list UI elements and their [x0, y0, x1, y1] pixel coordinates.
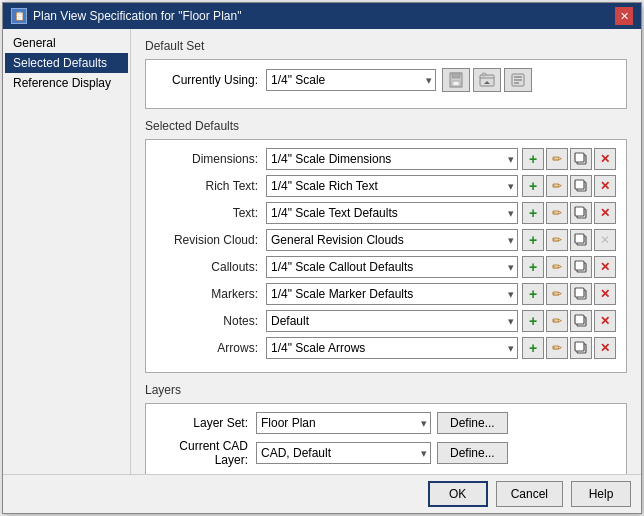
manage-defaults-button[interactable] [504, 68, 532, 92]
dimensions-copy-button[interactable] [570, 148, 592, 170]
arrows-copy-button[interactable] [570, 337, 592, 359]
revision-cloud-row: Revision Cloud: General Revision Clouds … [156, 229, 616, 251]
notes-copy-button[interactable] [570, 310, 592, 332]
callouts-label: Callouts: [156, 260, 266, 274]
markers-copy-button[interactable] [570, 283, 592, 305]
layer-set-combo[interactable]: Floor Plan [256, 412, 431, 434]
close-button[interactable]: ✕ [615, 7, 633, 25]
rich-text-select[interactable]: 1/4" Scale Rich Text [266, 175, 518, 197]
cad-layer-define-button[interactable]: Define... [437, 442, 508, 464]
text-label: Text: [156, 206, 266, 220]
revision-cloud-combo[interactable]: General Revision Clouds [266, 229, 518, 251]
dimensions-add-button[interactable]: + [522, 148, 544, 170]
dimensions-actions: + ✏ ✕ [522, 148, 616, 170]
svg-rect-3 [453, 82, 459, 85]
arrows-delete-button[interactable]: ✕ [594, 337, 616, 359]
revision-cloud-copy-button[interactable] [570, 229, 592, 251]
cad-layer-select[interactable]: CAD, Default [256, 442, 431, 464]
revision-cloud-edit-button[interactable]: ✏ [546, 229, 568, 251]
revision-cloud-select[interactable]: General Revision Clouds [266, 229, 518, 251]
rich-text-delete-button[interactable]: ✕ [594, 175, 616, 197]
load-defaults-button[interactable] [473, 68, 501, 92]
ok-button[interactable]: OK [428, 481, 488, 507]
currently-using-select[interactable]: 1/4" Scale [266, 69, 436, 91]
selected-defaults-label: Selected Defaults [145, 119, 627, 133]
text-actions: + ✏ ✕ [522, 202, 616, 224]
notes-actions: + ✏ ✕ [522, 310, 616, 332]
help-button[interactable]: Help [571, 481, 631, 507]
revision-cloud-label: Revision Cloud: [156, 233, 266, 247]
layer-set-define-button[interactable]: Define... [437, 412, 508, 434]
revision-cloud-actions: + ✏ ✕ [522, 229, 616, 251]
callouts-select[interactable]: 1/4" Scale Callout Defaults [266, 256, 518, 278]
sidebar-item-reference-display[interactable]: Reference Display [5, 73, 128, 93]
text-select[interactable]: 1/4" Scale Text Defaults [266, 202, 518, 224]
callouts-add-button[interactable]: + [522, 256, 544, 278]
callouts-row: Callouts: 1/4" Scale Callout Defaults + … [156, 256, 616, 278]
arrows-edit-button[interactable]: ✏ [546, 337, 568, 359]
text-copy-button[interactable] [570, 202, 592, 224]
sidebar-item-selected-defaults[interactable]: Selected Defaults [5, 53, 128, 73]
svg-rect-10 [575, 180, 584, 189]
dialog-icon: 📋 [11, 8, 27, 24]
cad-layer-row: Current CAD Layer: CAD, Default Define..… [156, 439, 616, 467]
markers-delete-button[interactable]: ✕ [594, 283, 616, 305]
revision-cloud-delete-button: ✕ [594, 229, 616, 251]
notes-add-button[interactable]: + [522, 310, 544, 332]
arrows-label: Arrows: [156, 341, 266, 355]
svg-rect-12 [575, 207, 584, 216]
text-combo[interactable]: 1/4" Scale Text Defaults [266, 202, 518, 224]
save-defaults-button[interactable] [442, 68, 470, 92]
dialog-body: General Selected Defaults Reference Disp… [3, 29, 641, 474]
text-add-button[interactable]: + [522, 202, 544, 224]
callouts-copy-button[interactable] [570, 256, 592, 278]
layers-label: Layers [145, 383, 627, 397]
svg-rect-1 [452, 73, 460, 78]
callouts-edit-button[interactable]: ✏ [546, 256, 568, 278]
rich-text-combo[interactable]: 1/4" Scale Rich Text [266, 175, 518, 197]
rich-text-add-button[interactable]: + [522, 175, 544, 197]
currently-using-row: Currently Using: 1/4" Scale [156, 68, 616, 92]
cad-layer-combo[interactable]: CAD, Default [256, 442, 431, 464]
sidebar-item-general[interactable]: General [5, 33, 128, 53]
text-edit-button[interactable]: ✏ [546, 202, 568, 224]
markers-edit-button[interactable]: ✏ [546, 283, 568, 305]
currently-using-label: Currently Using: [156, 73, 266, 87]
arrows-add-button[interactable]: + [522, 337, 544, 359]
notes-edit-button[interactable]: ✏ [546, 310, 568, 332]
arrows-select[interactable]: 1/4" Scale Arrows [266, 337, 518, 359]
notes-delete-button[interactable]: ✕ [594, 310, 616, 332]
currently-using-combo[interactable]: 1/4" Scale [266, 69, 436, 91]
sidebar: General Selected Defaults Reference Disp… [3, 29, 131, 474]
callouts-delete-button[interactable]: ✕ [594, 256, 616, 278]
svg-rect-22 [575, 342, 584, 351]
notes-row: Notes: Default + ✏ ✕ [156, 310, 616, 332]
rich-text-copy-button[interactable] [570, 175, 592, 197]
cancel-button[interactable]: Cancel [496, 481, 563, 507]
revision-cloud-add-button[interactable]: + [522, 229, 544, 251]
svg-rect-20 [575, 315, 584, 324]
notes-select[interactable]: Default [266, 310, 518, 332]
markers-add-button[interactable]: + [522, 283, 544, 305]
callouts-combo[interactable]: 1/4" Scale Callout Defaults [266, 256, 518, 278]
layer-set-select[interactable]: Floor Plan [256, 412, 431, 434]
dimensions-row: Dimensions: 1/4" Scale Dimensions + ✏ ✕ [156, 148, 616, 170]
arrows-actions: + ✏ ✕ [522, 337, 616, 359]
text-delete-button[interactable]: ✕ [594, 202, 616, 224]
footer: OK Cancel Help [3, 474, 641, 513]
dimensions-label: Dimensions: [156, 152, 266, 166]
svg-rect-14 [575, 234, 584, 243]
rich-text-edit-button[interactable]: ✏ [546, 175, 568, 197]
markers-combo[interactable]: 1/4" Scale Marker Defaults [266, 283, 518, 305]
arrows-row: Arrows: 1/4" Scale Arrows + ✏ ✕ [156, 337, 616, 359]
arrows-combo[interactable]: 1/4" Scale Arrows [266, 337, 518, 359]
svg-rect-18 [575, 288, 584, 297]
dimensions-edit-button[interactable]: ✏ [546, 148, 568, 170]
notes-combo[interactable]: Default [266, 310, 518, 332]
dimensions-select[interactable]: 1/4" Scale Dimensions [266, 148, 518, 170]
markers-row: Markers: 1/4" Scale Marker Defaults + ✏ … [156, 283, 616, 305]
dimensions-combo[interactable]: 1/4" Scale Dimensions [266, 148, 518, 170]
dimensions-delete-button[interactable]: ✕ [594, 148, 616, 170]
layer-set-label: Layer Set: [156, 416, 256, 430]
markers-select[interactable]: 1/4" Scale Marker Defaults [266, 283, 518, 305]
